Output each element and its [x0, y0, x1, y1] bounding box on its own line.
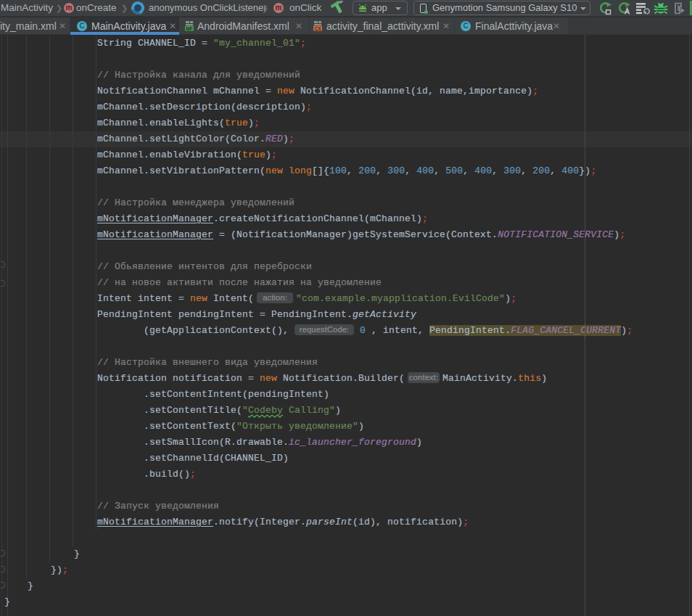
svg-text:MF: MF [186, 26, 192, 31]
svg-text:CX: CX [314, 26, 321, 31]
